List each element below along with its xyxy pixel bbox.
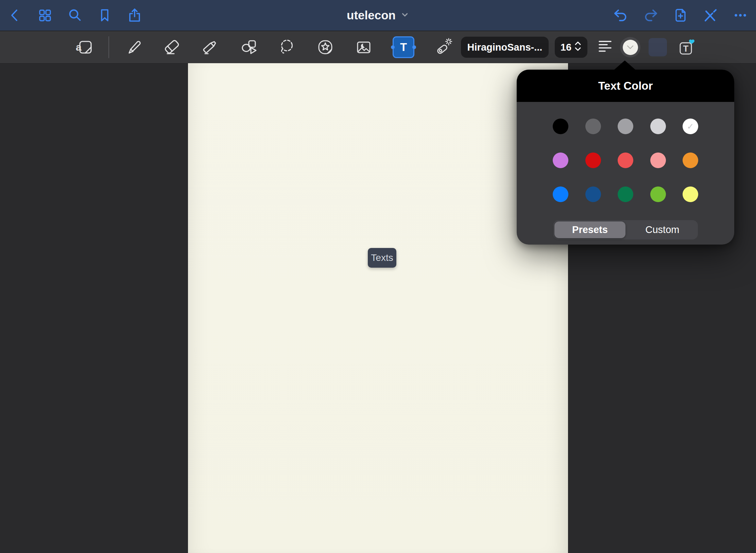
laser-pointer-button[interactable]	[434, 38, 453, 57]
search-icon	[67, 7, 83, 23]
swatch-blue[interactable]	[553, 186, 568, 202]
shapes-tool-button[interactable]	[239, 38, 258, 57]
lasso-tool-button[interactable]	[277, 38, 296, 57]
swatch-row: ✓	[553, 119, 698, 134]
laser-pointer-icon	[434, 38, 453, 57]
undo-icon	[613, 7, 629, 23]
more-button[interactable]	[732, 7, 749, 23]
swatch-white[interactable]: ✓	[683, 119, 698, 134]
text-color-popover: Text Color ✓ Presets Custom	[517, 70, 734, 245]
popover-arrow	[614, 60, 636, 70]
align-left-icon	[596, 38, 615, 57]
redo-icon	[642, 7, 659, 23]
thumbnails-button[interactable]	[37, 7, 53, 23]
text-box-label: Texts	[371, 252, 393, 263]
eraser-icon	[162, 38, 181, 57]
tab-presets[interactable]: Presets	[554, 221, 625, 238]
swatch-yellow[interactable]	[683, 186, 698, 202]
selection-handle-right	[412, 46, 416, 49]
nav-left-group	[0, 7, 143, 23]
pen-toggle-button[interactable]	[702, 7, 719, 23]
swatch-coral[interactable]	[618, 153, 633, 168]
chevron-down-icon	[400, 10, 409, 20]
back-button[interactable]	[7, 7, 23, 23]
share-icon	[126, 7, 143, 23]
text-box-on-canvas[interactable]: Texts	[368, 248, 396, 268]
tab-custom-label: Custom	[646, 224, 680, 235]
view-mode-button[interactable]: a	[75, 38, 94, 57]
tab-custom[interactable]: Custom	[627, 220, 698, 239]
nav-right-group	[613, 7, 756, 23]
selected-check-icon: ✓	[687, 122, 694, 131]
nav-bar: utelecon	[0, 0, 756, 31]
search-button[interactable]	[67, 7, 83, 23]
text-align-button[interactable]	[596, 38, 615, 57]
pen-icon	[124, 38, 143, 57]
bookmark-icon	[97, 7, 113, 23]
document-title: utelecon	[347, 8, 396, 22]
dimmed-style-button	[649, 38, 667, 56]
svg-text:T: T	[683, 43, 689, 54]
image-tool-button[interactable]	[354, 38, 373, 57]
page-grid-icon	[37, 7, 53, 23]
swatch-green[interactable]	[618, 186, 633, 202]
stepper-chevrons-icon	[574, 40, 582, 55]
app-screen: utelecon a	[0, 0, 756, 553]
note-page-canvas[interactable]	[188, 63, 568, 553]
swatch-orange[interactable]	[683, 153, 698, 168]
document-title-button[interactable]: utelecon	[347, 0, 409, 31]
popover-header: Text Color	[517, 70, 734, 102]
presets-custom-segment: Presets Custom	[553, 220, 698, 239]
swatch-red[interactable]	[585, 153, 601, 168]
redo-button[interactable]	[642, 7, 659, 23]
swatch-row	[553, 153, 698, 168]
current-color-swatch	[623, 40, 638, 55]
font-name-label: HiraginoSans-...	[467, 42, 543, 53]
share-button[interactable]	[126, 7, 143, 23]
highlighter-tool-button[interactable]	[201, 38, 220, 57]
bookmark-button[interactable]	[97, 7, 113, 23]
more-icon	[732, 7, 749, 23]
pen-tool-button[interactable]	[124, 38, 143, 57]
tool-bar: a	[0, 31, 756, 63]
chevron-down-icon	[626, 45, 634, 50]
svg-text:a: a	[76, 41, 82, 53]
swatch-dark-gray[interactable]	[585, 119, 601, 134]
selection-handle-left	[391, 46, 395, 49]
tab-presets-label: Presets	[572, 224, 608, 235]
pen-cross-icon	[702, 7, 719, 23]
text-color-button[interactable]	[620, 37, 640, 57]
text-tool-glyph: T	[400, 41, 407, 54]
add-page-icon	[672, 7, 689, 23]
font-size-stepper[interactable]: 16	[555, 37, 587, 58]
stickers-icon	[316, 38, 335, 57]
back-icon	[7, 7, 23, 23]
highlighter-icon	[201, 38, 220, 57]
swatch-gray[interactable]	[618, 119, 633, 134]
font-size-value: 16	[561, 42, 571, 53]
add-page-button[interactable]	[672, 7, 689, 23]
tools-group: a	[75, 36, 453, 58]
swatch-pink[interactable]	[650, 153, 666, 168]
color-swatch-grid: ✓	[517, 119, 734, 202]
swatch-black[interactable]	[553, 119, 568, 134]
text-style-heart-icon: T	[676, 38, 695, 57]
swatch-row	[553, 186, 698, 202]
font-name-button[interactable]: HiraginoSans-...	[461, 37, 549, 58]
swatch-lime[interactable]	[650, 186, 666, 202]
favorite-text-style-button[interactable]: T	[676, 38, 695, 57]
lasso-icon	[277, 38, 296, 57]
popover-title: Text Color	[598, 79, 653, 92]
stickers-tool-button[interactable]	[316, 38, 335, 57]
eraser-tool-button[interactable]	[162, 38, 181, 57]
swatch-light-gray[interactable]	[650, 119, 666, 134]
swatch-purple[interactable]	[553, 153, 568, 168]
view-mode-icon: a	[75, 38, 94, 57]
image-icon	[354, 38, 373, 57]
undo-button[interactable]	[613, 7, 629, 23]
swatch-navy[interactable]	[585, 186, 601, 202]
text-tool-button-selected[interactable]: T	[393, 36, 414, 58]
shapes-icon	[239, 38, 258, 57]
toolbar-divider	[108, 36, 109, 58]
